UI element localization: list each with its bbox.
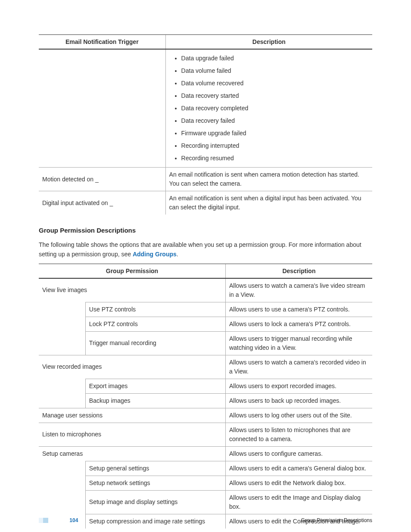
- permission-cell: Trigger manual recording: [85, 331, 225, 355]
- table-row: Data upgrade failed Data volume failed D…: [39, 49, 372, 168]
- list-item: Data volume recovered: [181, 77, 369, 90]
- table-row: Setup general settingsAllows users to ed…: [39, 461, 372, 476]
- table-row: Lock PTZ controlsAllows users to lock a …: [39, 317, 372, 331]
- table-row: Manage user sessionsAllows users to log …: [39, 408, 372, 423]
- group-permission-table: Group Permission Description View live i…: [39, 264, 372, 529]
- indent-cell: [39, 490, 85, 514]
- indent-cell: [39, 302, 85, 317]
- table1-header-trigger: Email Notification Trigger: [39, 35, 165, 50]
- description-cell: Allows users to configure cameras.: [225, 446, 372, 461]
- table-row: Listen to microphonesAllows users to lis…: [39, 423, 372, 446]
- list-item: Firmware upgrade failed: [181, 127, 369, 140]
- table-row: View live imagesAllows users to watch a …: [39, 278, 372, 302]
- table-row: Setup network settingsAllows users to ed…: [39, 476, 372, 490]
- list-item: Data upgrade failed: [181, 52, 369, 65]
- permission-cell: Lock PTZ controls: [85, 317, 225, 331]
- para-text-after: .: [177, 251, 178, 258]
- footer-right-text: Group Permission Descriptions: [301, 517, 372, 523]
- table-row: View recorded imagesAllows users to watc…: [39, 355, 372, 379]
- table2-header-permission: Group Permission: [39, 264, 225, 278]
- permission-cell: Listen to microphones: [39, 423, 225, 446]
- table-row: Motion detected on _ An email notificati…: [39, 168, 372, 191]
- trigger-cell: Digital input activated on _: [39, 191, 165, 215]
- description-cell: Allows users to edit the Image and Displ…: [225, 490, 372, 514]
- indent-cell: [39, 476, 85, 490]
- para-text-before: The following table shows the options th…: [39, 241, 361, 258]
- indent-cell: [39, 461, 85, 476]
- trigger-cell: Motion detected on _: [39, 168, 165, 191]
- table-row: Digital input activated on _ An email no…: [39, 191, 372, 215]
- description-cell: Allows users to lock a camera's PTZ cont…: [225, 317, 372, 331]
- description-cell: An email notification is sent when camer…: [165, 168, 372, 191]
- list-item: Recording resumed: [181, 152, 369, 165]
- description-cell: Allows users to edit the Network dialog …: [225, 476, 372, 490]
- permission-cell: Setup image and display settings: [85, 490, 225, 514]
- permission-cell: Backup images: [85, 393, 225, 408]
- section-heading: Group Permission Descriptions: [39, 227, 372, 234]
- indent-cell: [39, 317, 85, 331]
- indent-cell: [39, 393, 85, 408]
- permission-cell: Setup general settings: [85, 461, 225, 476]
- footer-logo-icon: [39, 518, 47, 524]
- list-item: Data volume failed: [181, 65, 369, 77]
- adding-groups-link[interactable]: Adding Groups: [133, 251, 177, 258]
- description-cell: Allows users to log other users out of t…: [225, 408, 372, 423]
- description-cell: Allows users to export recorded images.: [225, 379, 372, 393]
- list-item: Recording interrupted: [181, 140, 369, 152]
- list-item: Data recovery started: [181, 90, 369, 102]
- table-row: Trigger manual recordingAllows users to …: [39, 331, 372, 355]
- table2-header-description: Description: [225, 264, 372, 278]
- permission-cell: Export images: [85, 379, 225, 393]
- indent-cell: [39, 379, 85, 393]
- description-cell: Allows users to back up recorded images.: [225, 393, 372, 408]
- section-paragraph: The following table shows the options th…: [39, 240, 372, 259]
- permission-cell: Setup cameras: [39, 446, 225, 461]
- description-cell: Allows users to use a camera's PTZ contr…: [225, 302, 372, 317]
- indent-cell: [39, 331, 85, 355]
- table-row: Backup imagesAllows users to back up rec…: [39, 393, 372, 408]
- description-cell: An email notification is sent when a dig…: [165, 191, 372, 215]
- email-notification-table: Email Notification Trigger Description D…: [39, 34, 372, 215]
- page-number: 104: [69, 517, 78, 523]
- table1-header-description: Description: [165, 35, 372, 50]
- description-cell: Allows users to edit a camera's General …: [225, 461, 372, 476]
- permission-cell: Manage user sessions: [39, 408, 225, 423]
- description-cell: Allows users to watch a camera's live vi…: [225, 278, 372, 302]
- table-row: Setup camerasAllows users to configure c…: [39, 446, 372, 461]
- table-row: Setup image and display settingsAllows u…: [39, 490, 372, 514]
- list-item: Data recovery failed: [181, 115, 369, 127]
- description-cell: Allows users to watch a camera's recorde…: [225, 355, 372, 379]
- table-row: Use PTZ controlsAllows users to use a ca…: [39, 302, 372, 317]
- permission-cell: Use PTZ controls: [85, 302, 225, 317]
- description-cell: Allows users to trigger manual recording…: [225, 331, 372, 355]
- page-footer: 104 Group Permission Descriptions: [39, 517, 372, 524]
- list-item: Data recovery completed: [181, 102, 369, 115]
- permission-cell: View live images: [39, 278, 225, 302]
- description-cell: Allows users to listen to microphones th…: [225, 423, 372, 446]
- trigger-bullet-list: Data upgrade failed Data volume failed D…: [169, 52, 369, 165]
- table-row: Export imagesAllows users to export reco…: [39, 379, 372, 393]
- permission-cell: Setup network settings: [85, 476, 225, 490]
- permission-cell: View recorded images: [39, 355, 225, 379]
